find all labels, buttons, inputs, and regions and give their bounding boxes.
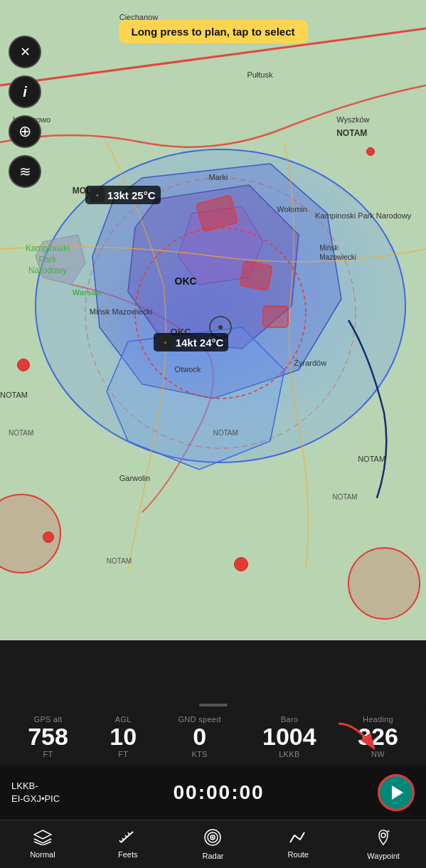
gnd-speed-label: GND speed (179, 715, 221, 724)
gnd-speed-value: 0 (193, 724, 206, 750)
svg-line-17 (119, 840, 121, 842)
svg-rect-6 (240, 261, 272, 290)
play-icon (392, 785, 403, 800)
flight-line1: LKKB- (11, 780, 60, 793)
heading-label: Heading (363, 715, 393, 724)
stat-baro: Baro 1004 LKKB (262, 715, 316, 758)
gnd-speed-unit: KTS (191, 750, 207, 758)
agl-label: AGL (115, 715, 132, 724)
map-controls: ✕ i ⊕ ≋ (9, 36, 41, 188)
nav-item-waypoint[interactable]: + Waypoint (341, 825, 426, 863)
gps-icon: ⊕ (18, 122, 31, 141)
flight-info: LKKB- EI-GXJ•PIC (11, 780, 60, 805)
nav-label-route: Route (288, 850, 309, 859)
gps-alt-label: GPS alt (34, 715, 63, 724)
gps-alt-unit: FT (43, 750, 53, 758)
nav-label-feets: Feets (118, 850, 138, 859)
waypoint-icon: + (374, 828, 393, 850)
timer-display: 00:00:00 (174, 781, 265, 804)
nav-item-route[interactable]: Route (255, 827, 341, 862)
layers-icon (33, 830, 52, 848)
nav-item-radar[interactable]: Radar (171, 825, 256, 863)
weather-icon-2: ▪ (159, 335, 173, 349)
agl-value: 10 (110, 724, 137, 750)
close-icon: ✕ (20, 44, 31, 60)
panel-handle (199, 704, 228, 706)
play-button[interactable] (378, 774, 415, 811)
nav-item-normal[interactable]: Normal (0, 827, 85, 862)
tooltip-banner: Long press to plan, tap to select (118, 20, 307, 43)
radar-icon (203, 828, 222, 850)
weather-icon-1: ▪ (90, 188, 105, 202)
bottom-nav: Normal Feets Radar (0, 820, 426, 868)
weather-label-1: ▪ 13kt 25°C (85, 186, 161, 204)
nav-item-feets[interactable]: Feets (85, 827, 171, 862)
notam-dot-1 (17, 359, 30, 371)
svg-marker-16 (34, 830, 51, 839)
timer-row: LKKB- EI-GXJ•PIC 00:00:00 (0, 766, 426, 820)
nav-label-radar: Radar (203, 852, 224, 860)
map-area[interactable]: Ciechanow Pułtusk Legionowo Marki Wołomi… (0, 0, 426, 640)
agl-unit: FT (118, 750, 128, 758)
wind-icon: ≋ (19, 163, 31, 180)
stat-agl: AGL 10 FT (110, 715, 137, 758)
flight-line2: EI-GXJ•PIC (11, 793, 60, 805)
svg-point-24 (212, 837, 214, 839)
nav-label-normal: Normal (30, 850, 55, 859)
heading-unit: NW (371, 750, 385, 758)
nav-label-waypoint: Waypoint (367, 852, 399, 860)
stat-gps-alt: GPS alt 758 FT (28, 715, 68, 758)
route-icon (289, 830, 307, 848)
stat-heading: Heading 326 NW (358, 715, 398, 758)
svg-point-14 (348, 548, 420, 619)
baro-value: 1004 (262, 724, 316, 750)
stats-row: GPS alt 758 FT AGL 10 FT GND speed 0 KTS… (0, 715, 426, 766)
info-icon: i (23, 84, 27, 100)
heading-value: 326 (358, 724, 398, 750)
svg-point-25 (381, 833, 385, 837)
info-button[interactable]: i (9, 75, 41, 108)
svg-rect-7 (263, 306, 288, 327)
svg-line-18 (122, 838, 124, 840)
baro-unit: LKKB (279, 750, 299, 758)
svg-line-19 (125, 835, 127, 837)
svg-line-20 (128, 832, 129, 835)
baro-label: Baro (281, 715, 298, 724)
bottom-panel: GPS alt 758 FT AGL 10 FT GND speed 0 KTS… (0, 698, 426, 820)
notam-dot-left (43, 531, 54, 543)
ruler-icon (119, 830, 137, 848)
wind-button[interactable]: ≋ (9, 155, 41, 188)
stat-gnd-speed: GND speed 0 KTS (179, 715, 221, 758)
svg-point-10 (218, 325, 223, 329)
svg-text:+: + (387, 829, 390, 834)
gps-alt-value: 758 (28, 724, 68, 750)
close-button[interactable]: ✕ (9, 36, 41, 68)
weather-label-2: ▪ 14kt 24°C (154, 333, 229, 351)
gps-button[interactable]: ⊕ (9, 115, 41, 148)
